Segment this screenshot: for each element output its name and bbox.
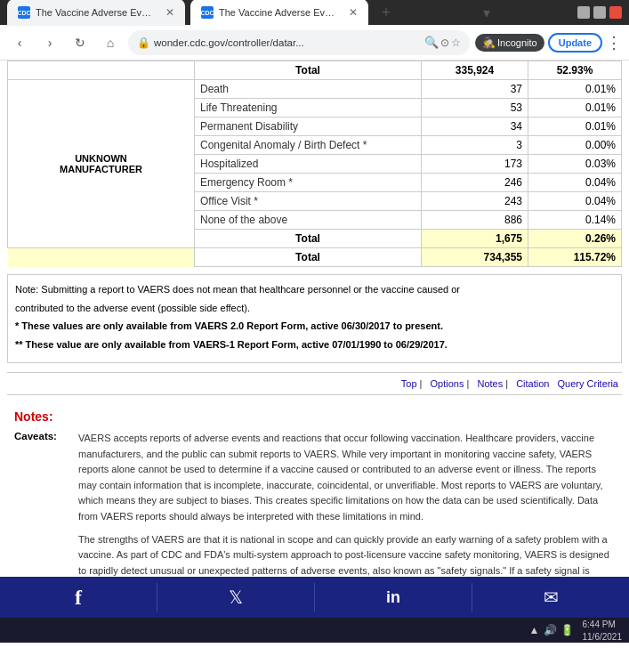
notes-line4: ** These value are only available from V… (15, 337, 614, 352)
grand-total-value: 734,355 (422, 248, 528, 267)
linkedin-icon: in (386, 588, 400, 607)
page-nav-links: Top | Options | Notes | Citation Query C… (7, 372, 622, 395)
grand-total-pct: 115.72% (528, 248, 622, 267)
home-button[interactable]: ⌂ (98, 30, 123, 55)
row-permdisab-total: 34 (422, 117, 528, 136)
refresh-button[interactable]: ↻ (68, 30, 93, 55)
menu-button[interactable]: ⋮ (606, 33, 622, 53)
row-none-total: 886 (422, 211, 528, 230)
options-link[interactable]: Options (431, 378, 464, 389)
caveats-paragraph1: VAERS accepts reports of adverse events … (78, 431, 615, 525)
star-icon: ☆ (451, 36, 461, 49)
address-text: wonder.cdc.gov/controller/datar... (154, 37, 421, 48)
row-lifethreat-total: 53 (422, 99, 528, 117)
email-icon: ✉ (544, 587, 559, 608)
row-death-pct: 0.01% (528, 80, 622, 99)
close-btn[interactable] (609, 6, 622, 19)
top-link[interactable]: Top (401, 378, 417, 389)
caveats-paragraph2: The strengths of VAERS are that it is na… (78, 532, 615, 577)
row-congenital-total: 3 (422, 136, 528, 155)
section-label-cell (8, 61, 195, 80)
row-subtotal-label: Total (195, 230, 422, 248)
taskbar: f 𝕏 in ✉ (0, 577, 629, 618)
battery-icon: 🔋 (560, 624, 574, 636)
row-lifethreat-label: Life Threatening (195, 99, 422, 117)
taskbar-email[interactable]: ✉ (472, 577, 629, 618)
row-death-label: Death (195, 80, 422, 99)
table-header-row: Total 335,924 52.93% (8, 61, 622, 80)
data-table: Total 335,924 52.93% UNKNOWNMANUFACTURER… (7, 61, 622, 267)
row-permdisab-label: Permanent Disability (195, 117, 422, 136)
tab2-favicon: CDC (201, 6, 214, 19)
twitter-icon: 𝕏 (229, 587, 243, 608)
incognito-badge: 🕵 Incognito (475, 34, 544, 52)
row-none-label: None of the above (195, 211, 422, 230)
notes-link[interactable]: Notes (477, 378, 503, 389)
lock-icon: 🔒 (137, 36, 150, 49)
row-office-total: 243 (422, 192, 528, 211)
notes-box: Note: Submitting a report to VAERS does … (7, 274, 622, 363)
citation-link[interactable]: Citation (516, 378, 549, 389)
tab-extras-dropdown[interactable]: ▾ (483, 4, 490, 21)
nav-right: 🕵 Incognito Update ⋮ (475, 33, 622, 53)
facebook-icon: f (75, 586, 82, 610)
back-button[interactable]: ‹ (7, 30, 32, 55)
address-bar[interactable]: 🔒 wonder.cdc.gov/controller/datar... 🔍 ⊙… (128, 30, 470, 55)
tab-2[interactable]: CDC The Vaccine Adverse Event Rep ✕ (190, 0, 368, 26)
row-hosp-label: Hospitalized (195, 155, 422, 174)
row-lifethreat-pct: 0.01% (528, 99, 622, 117)
row-hosp-pct: 0.03% (528, 155, 622, 174)
taskbar-facebook[interactable]: f (0, 577, 157, 618)
caveats-text: VAERS accepts reports of adverse events … (78, 431, 615, 577)
notes-line3: * These values are only available from V… (15, 319, 614, 334)
notes-line1: Note: Submitting a report to VAERS does … (15, 282, 614, 297)
grand-total-spacer (8, 248, 195, 267)
row-death-total: 37 (422, 80, 528, 99)
header-total-label: Total (195, 61, 422, 80)
taskbar-linkedin[interactable]: in (315, 577, 472, 618)
pipe3: | (505, 378, 508, 389)
incognito-icon: 🕵 (482, 36, 496, 49)
row-office-label: Office Visit * (195, 192, 422, 211)
tray-icons: ▲ 🔊 🔋 (529, 624, 574, 636)
volume-icon: 🔊 (544, 624, 557, 636)
taskbar-twitter[interactable]: 𝕏 (157, 577, 314, 618)
table-row: UNKNOWNMANUFACTURER Death 37 0.01% (8, 80, 622, 99)
query-criteria-link[interactable]: Query Criteria (558, 378, 618, 389)
cast-icon: ⊙ (440, 36, 449, 49)
row-congenital-label: Congenital Anomaly / Birth Defect * (195, 136, 422, 155)
tab2-label: The Vaccine Adverse Event Rep (219, 7, 340, 18)
row-none-pct: 0.14% (528, 211, 622, 230)
row-office-pct: 0.04% (528, 192, 622, 211)
update-button[interactable]: Update (548, 33, 602, 53)
grand-total-label: Total (195, 248, 422, 267)
system-time: 6:44 PM 11/6/2021 (583, 618, 623, 643)
tab1-favicon: CDC (18, 6, 30, 19)
row-subtotal-total: 1,675 (422, 230, 528, 248)
row-er-total: 246 (422, 174, 528, 192)
tab-1[interactable]: CDC The Vaccine Adverse Event Rep ✕ (7, 0, 185, 26)
page-content: Total 335,924 52.93% UNKNOWNMANUFACTURER… (0, 61, 629, 577)
title-bar: CDC The Vaccine Adverse Event Rep ✕ CDC … (0, 0, 629, 25)
address-search-icon: 🔍 (424, 36, 439, 49)
row-subtotal-pct: 0.26% (528, 230, 622, 248)
row-er-label: Emergency Room * (195, 174, 422, 192)
minimize-btn[interactable] (577, 6, 590, 19)
new-tab-button[interactable]: + (374, 0, 399, 25)
caveats-label: Caveats: (14, 431, 68, 577)
row-hosp-total: 173 (422, 155, 528, 174)
pipe2: | (467, 378, 470, 389)
network-icon: ▲ (529, 624, 540, 636)
browser-chrome: CDC The Vaccine Adverse Event Rep ✕ CDC … (0, 0, 629, 61)
nav-bar: ‹ › ↻ ⌂ 🔒 wonder.cdc.gov/controller/data… (0, 25, 629, 61)
incognito-label: Incognito (497, 37, 537, 48)
system-tray: ▲ 🔊 🔋 6:44 PM 11/6/2021 (0, 618, 629, 643)
tab1-close[interactable]: ✕ (165, 6, 174, 19)
forward-button[interactable]: › (37, 30, 62, 55)
maximize-btn[interactable] (593, 6, 606, 19)
row-permdisab-pct: 0.01% (528, 117, 622, 136)
tab1-label: The Vaccine Adverse Event Rep (36, 7, 157, 18)
tab2-close[interactable]: ✕ (349, 6, 358, 19)
notes-section: Notes: Caveats: VAERS accepts reports of… (7, 402, 622, 577)
section-label: UNKNOWNMANUFACTURER (8, 80, 195, 248)
